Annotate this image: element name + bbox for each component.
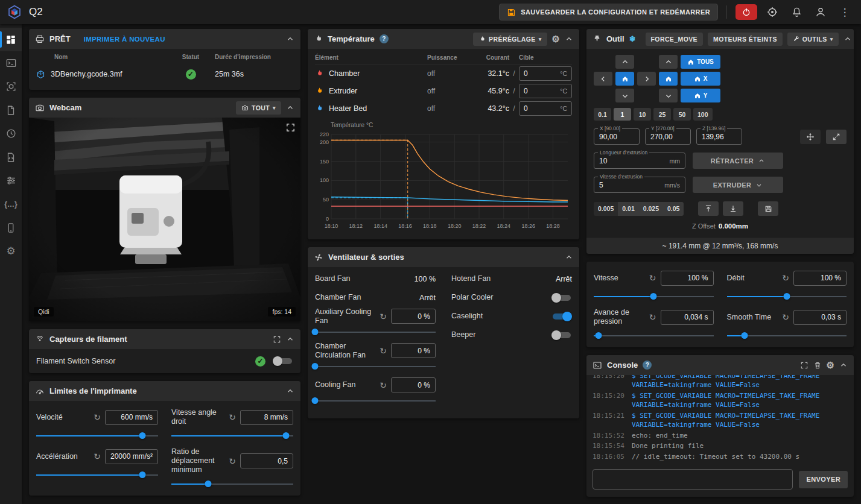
smooth-time-input[interactable]: 0,03 s <box>793 310 847 325</box>
acceleration-input[interactable]: 20000 mm/s² <box>105 449 158 464</box>
sidebar-item-dashboard[interactable] <box>0 28 22 51</box>
relative-position-button[interactable] <box>826 130 847 144</box>
console-log[interactable]: 18:15:17$ SET_GCODE_VARIABLE MACRO=TIMEL… <box>586 375 854 464</box>
aux-fan-slider[interactable] <box>315 328 436 336</box>
caselight-toggle[interactable] <box>551 310 572 323</box>
tools-menu-button[interactable]: OUTILS ▾ <box>787 33 839 46</box>
collapse-chevron[interactable] <box>565 253 573 262</box>
jog-z-plus-button[interactable] <box>659 55 678 69</box>
webcam-source-button[interactable]: TOUT ▾ <box>236 101 281 115</box>
reset-icon[interactable]: ↻ <box>380 312 387 321</box>
trash-icon[interactable] <box>813 361 822 370</box>
expand-icon[interactable] <box>273 335 281 344</box>
collapse-chevron[interactable] <box>844 35 852 43</box>
collapse-chevron[interactable] <box>286 35 294 43</box>
velocity-slider[interactable] <box>36 432 158 440</box>
jog-y-plus-button[interactable] <box>615 55 634 69</box>
help-icon[interactable]: ? <box>643 361 652 370</box>
reset-icon[interactable]: ↻ <box>380 381 387 389</box>
fullscreen-icon[interactable] <box>285 122 296 133</box>
sidebar-item-settings[interactable]: ⚙ <box>0 239 22 263</box>
job-row[interactable]: 3DBenchy.gcode.3mf ✓ 25m 36s <box>36 63 293 85</box>
polar-cooler-toggle[interactable] <box>551 292 572 304</box>
z-step-option[interactable]: 0.025 <box>639 202 663 216</box>
y-position-input[interactable]: Y [270.00] 270,00 <box>645 128 691 145</box>
reset-icon[interactable]: ↻ <box>229 457 236 465</box>
extrude-speed-input[interactable]: Vitesse d'extrusion 5 mm/s <box>594 177 685 193</box>
move-distance-option-active[interactable]: 1 <box>614 108 631 121</box>
filament-sensor-toggle[interactable] <box>273 355 293 367</box>
update-status-button[interactable] <box>763 3 781 21</box>
expand-icon[interactable] <box>800 361 809 370</box>
z-offset-save-button[interactable] <box>758 201 778 216</box>
min-cruise-ratio-input[interactable]: 0,5 <box>240 453 293 468</box>
sidebar-item-history[interactable] <box>0 122 22 145</box>
z-step-option[interactable]: 0.05 <box>663 202 684 216</box>
sidebar-item-configuration[interactable] <box>0 145 22 169</box>
emergency-stop-button[interactable] <box>736 4 757 20</box>
pressure-advance-slider[interactable] <box>594 332 714 340</box>
cooling-fan-input[interactable]: 0 % <box>391 377 436 392</box>
z-step-option[interactable]: 0.005 <box>594 202 618 216</box>
gear-icon[interactable]: ⚙ <box>827 360 834 371</box>
gear-icon[interactable]: ⚙ <box>552 34 560 45</box>
z-offset-down-button[interactable] <box>723 201 743 216</box>
collapse-chevron[interactable] <box>565 35 573 43</box>
min-cruise-ratio-slider[interactable] <box>171 480 293 488</box>
app-logo-icon[interactable] <box>7 5 22 19</box>
reset-icon[interactable]: ↻ <box>782 313 789 321</box>
reset-icon[interactable]: ↻ <box>229 413 236 421</box>
z-offset-up-button[interactable] <box>698 201 719 216</box>
move-distance-option[interactable]: 100 <box>693 108 713 121</box>
home-z-button[interactable] <box>659 72 678 86</box>
circulation-fan-slider[interactable] <box>315 362 436 371</box>
extrude-length-input[interactable]: Longueur d'extrusion 10 mm <box>594 153 685 169</box>
scv-slider[interactable] <box>171 432 293 440</box>
retract-button[interactable]: RÉTRACTER <box>693 153 783 169</box>
collapse-chevron[interactable] <box>286 104 294 112</box>
smooth-time-slider[interactable] <box>727 332 847 340</box>
sidebar-item-jobs[interactable] <box>0 98 22 122</box>
sidebar-item-macros[interactable]: {…} <box>0 192 22 216</box>
move-distance-option[interactable]: 0.1 <box>594 108 611 121</box>
sidebar-item-console[interactable] <box>0 51 22 75</box>
circulation-fan-input[interactable]: 0 % <box>391 343 436 358</box>
pressure-advance-input[interactable]: 0,034 s <box>661 310 714 325</box>
move-distance-option[interactable]: 10 <box>634 108 651 121</box>
notifications-button[interactable] <box>787 3 805 21</box>
help-icon[interactable]: ? <box>380 34 389 43</box>
reset-icon[interactable]: ↻ <box>649 313 656 321</box>
cooling-fan-slider[interactable] <box>315 397 436 405</box>
collapse-chevron[interactable] <box>286 335 294 344</box>
preset-button[interactable]: PRÉRÉGLAGE ▾ <box>473 33 547 46</box>
reset-icon[interactable]: ↻ <box>380 347 387 355</box>
scv-input[interactable]: 8 mm/s <box>240 410 293 425</box>
home-y-button[interactable]: Y <box>681 89 720 102</box>
move-distance-option[interactable]: 25 <box>653 108 671 121</box>
jog-x-minus-button[interactable] <box>594 72 612 86</box>
absolute-position-button[interactable] <box>800 130 821 144</box>
flow-factor-input[interactable]: 100 % <box>793 271 847 286</box>
force-move-button[interactable]: FORCE_MOVE <box>646 33 704 46</box>
sidebar-item-gcode-preview[interactable] <box>0 75 22 98</box>
collapse-chevron[interactable] <box>839 361 848 370</box>
sidebar-item-tune[interactable] <box>0 169 22 192</box>
velocity-input[interactable]: 600 mm/s <box>105 410 158 425</box>
flow-factor-slider[interactable] <box>727 292 847 301</box>
account-button[interactable] <box>812 3 830 21</box>
save-config-restart-button[interactable]: SAUVEGARDER LA CONFIGURATION ET REDÉMARR… <box>499 4 718 20</box>
extrude-button[interactable]: EXTRUDER <box>693 177 783 193</box>
send-button[interactable]: ENVOYER <box>799 471 848 488</box>
acceleration-slider[interactable] <box>36 471 158 479</box>
reset-icon[interactable]: ↻ <box>782 274 789 282</box>
overflow-menu-button[interactable]: ⋮ <box>836 3 854 21</box>
aux-fan-input[interactable]: 0 % <box>391 309 436 324</box>
reset-icon[interactable]: ↻ <box>94 452 101 461</box>
jog-z-minus-button[interactable] <box>659 89 678 102</box>
home-x-button[interactable]: X <box>681 72 720 86</box>
jog-x-plus-button[interactable] <box>637 72 656 86</box>
z-step-option[interactable]: 0.01 <box>618 202 638 216</box>
chamber-target-input[interactable]: 0 °C <box>519 66 572 81</box>
jog-y-minus-button[interactable] <box>615 89 634 102</box>
beeper-toggle[interactable] <box>551 329 572 341</box>
